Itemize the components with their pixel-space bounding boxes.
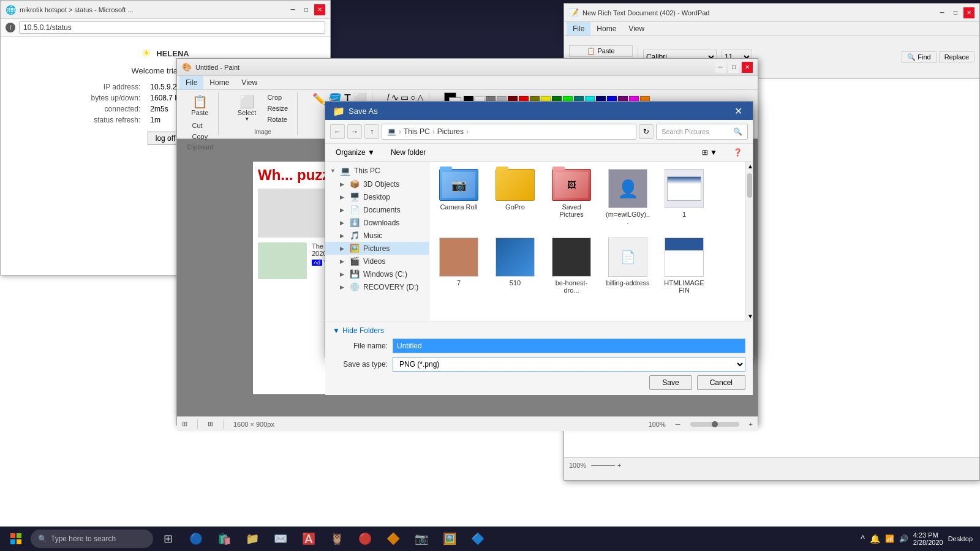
sidebar-music[interactable]: ▶ 🎵 Music	[325, 229, 429, 242]
wordpad-menu-file[interactable]: File	[567, 22, 590, 36]
wordpad-maximize[interactable]: □	[950, 7, 961, 18]
browser1-url[interactable]: 10.5.0.1/status	[19, 21, 325, 34]
scroll-up-btn[interactable]: ▲	[746, 162, 753, 171]
sidebar-thispc[interactable]: ▼ 💻 This PC	[325, 164, 429, 178]
paint-resize-btn[interactable]: Resize	[263, 103, 292, 113]
tray-datetime[interactable]: 4:23 PM 2/28/2020	[913, 531, 943, 546]
nav-back-btn[interactable]: ←	[330, 124, 345, 139]
scroll-down-btn[interactable]: ▼	[746, 312, 753, 321]
breadcrumb-pictures[interactable]: Pictures	[437, 127, 464, 136]
taskbar-opera-btn[interactable]: 🔴	[352, 528, 379, 550]
taskbar-unknown-btn[interactable]: 🔷	[464, 528, 491, 550]
taskbar-vlc-btn[interactable]: 🔶	[380, 528, 407, 550]
file-item-savedpictures[interactable]: 🖼 Saved Pictures	[547, 167, 596, 228]
search-box[interactable]: Search Pictures 🔍	[656, 124, 748, 140]
sidebar-recoveryd[interactable]: ▶ 💿 RECOVERY (D:)	[325, 280, 429, 293]
file-item-htmlimage[interactable]: HTMLIMAGEFIN	[660, 235, 709, 296]
wordpad-menu-view[interactable]: View	[622, 22, 650, 36]
paint-maximize[interactable]: □	[728, 62, 739, 73]
paint-paste-btn[interactable]: 📋 Paste	[187, 92, 213, 118]
view-btn[interactable]: ⊞ ▼	[696, 146, 723, 159]
wordpad-menu-home[interactable]: Home	[590, 22, 622, 36]
wordpad-close[interactable]: ✕	[963, 7, 974, 18]
file-item-1[interactable]: 1	[660, 167, 709, 228]
paint-cut-btn[interactable]: Cut	[188, 121, 213, 130]
filename-input[interactable]: Untitled	[393, 339, 745, 353]
sidebar-documents[interactable]: ▶ 📄 Documents	[325, 203, 429, 216]
wordpad-find-btn[interactable]: 🔍 Find	[902, 51, 936, 63]
paint-menu-home[interactable]: Home	[203, 76, 235, 89]
savetype-select[interactable]: PNG (*.png) JPEG (*.jpg) BMP (*.bmp)	[393, 357, 745, 372]
hide-folders-toggle[interactable]: ▼ Hide Folders	[333, 326, 745, 335]
wordpad-paste-btn[interactable]: 📋 Paste	[569, 45, 633, 57]
nav-forward-btn[interactable]: →	[347, 124, 362, 139]
browser1-close[interactable]: ✕	[314, 4, 325, 15]
organize-btn[interactable]: Organize ▼	[330, 146, 380, 159]
cancel-button[interactable]: Cancel	[697, 375, 745, 390]
wordpad-replace-btn[interactable]: Replace	[939, 51, 974, 62]
breadcrumb: 💻 › This PC › Pictures ›	[382, 124, 636, 140]
new-folder-btn[interactable]: New folder	[385, 146, 431, 159]
browser1-minimize[interactable]: ─	[287, 4, 298, 15]
paint-zoom-minus[interactable]: ─	[676, 421, 680, 428]
paint-menu-view[interactable]: View	[235, 76, 263, 89]
savedpictures-folder-tab	[552, 167, 565, 170]
paint-copy-btn[interactable]: Copy	[188, 132, 213, 141]
wordpad-zoom-in[interactable]: +	[617, 462, 621, 469]
taskbar-camera-btn[interactable]: 📷	[408, 528, 435, 550]
sidebar-downloads[interactable]: ▶ ⬇️ Downloads	[325, 216, 429, 229]
tray-network-icon[interactable]: 📶	[885, 534, 894, 543]
tray-desktop-btn[interactable]: Desktop	[948, 535, 973, 542]
paint-zoom-slider[interactable]	[690, 422, 739, 427]
tray-sound-icon[interactable]: 🔊	[899, 534, 908, 543]
sidebar-pictures[interactable]: ▶ 🖼️ Pictures	[325, 242, 429, 255]
nav-up-btn[interactable]: ↑	[364, 124, 379, 139]
paint-crop-btn[interactable]: Crop	[263, 92, 292, 102]
tray-notification-icon[interactable]: 🔔	[870, 534, 880, 544]
file-item-cameraroll[interactable]: 📷 Camera Roll	[434, 167, 483, 228]
file-item-bechannel[interactable]: be-honest-dro...	[547, 235, 596, 296]
paint-close[interactable]: ✕	[742, 62, 753, 73]
file-item-gopro[interactable]: GoPro	[491, 167, 540, 228]
start-button[interactable]	[2, 528, 29, 550]
taskbar-mail-btn[interactable]: ✉️	[267, 528, 294, 550]
paint-select-info: ⊞	[208, 420, 213, 428]
file-item-7[interactable]: 7	[434, 235, 483, 296]
file-item-billing[interactable]: 📄 billing-address	[603, 235, 652, 296]
paint-rotate-btn[interactable]: Rotate	[263, 114, 292, 124]
paint-menu-file[interactable]: File	[179, 76, 203, 89]
taskbar-search[interactable]: 🔍 Type here to search	[31, 530, 153, 548]
file-item-510[interactable]: 510	[491, 235, 540, 296]
taskbar-store-btn[interactable]: 🛍️	[211, 528, 238, 550]
saveas-close-btn[interactable]: ✕	[731, 103, 745, 118]
save-button[interactable]: Save	[649, 375, 692, 390]
sidebar-desktop[interactable]: ▶ 🖥️ Desktop	[325, 190, 429, 203]
breadcrumb-thispc[interactable]: This PC	[404, 127, 430, 136]
saveas-file-list[interactable]: 📷 Camera Roll GoPro 🖼 Saved Pictures	[429, 162, 745, 321]
gopro-label: GoPro	[505, 203, 525, 211]
help-btn[interactable]: ❓	[728, 146, 748, 159]
sidebar-videos[interactable]: ▶ 🎬 Videos	[325, 255, 429, 268]
tray-arrow-btn[interactable]: ^	[861, 534, 865, 544]
task-view-btn[interactable]: ⊞	[154, 528, 181, 550]
wordpad-minimize[interactable]: ─	[937, 7, 948, 18]
paint-minimize[interactable]: ─	[715, 62, 726, 73]
paint-select-btn[interactable]: ⬜ Select ▼	[233, 92, 261, 124]
scroll-thumb[interactable]	[747, 173, 752, 198]
taskbar-photos-btn[interactable]: 🖼️	[436, 528, 463, 550]
saveas-scrollbar[interactable]: ▲ ▼	[745, 162, 753, 321]
browser1-maximize[interactable]: □	[301, 4, 312, 15]
paint-pencil-btn[interactable]: ✏️	[312, 92, 326, 106]
gopro-folder-thumb	[496, 169, 535, 201]
sidebar-windowsc[interactable]: ▶ 💾 Windows (C:)	[325, 268, 429, 280]
taskbar-tripadvisor-btn[interactable]: 🦉	[323, 528, 350, 550]
file-item-person[interactable]: 👤 (m=ewlLG0y)...	[603, 167, 652, 228]
sidebar-3dobjects[interactable]: ▶ 📦 3D Objects	[325, 178, 429, 190]
taskbar-amazon-btn[interactable]: 🅰️	[295, 528, 322, 550]
videos-icon: 🎬	[350, 257, 360, 266]
paint-zoom-plus[interactable]: +	[749, 421, 753, 428]
taskbar-edge-btn[interactable]: 🔵	[183, 528, 209, 550]
nav-refresh-btn[interactable]: ↻	[639, 124, 654, 139]
htmlimage-label: HTMLIMAGEFIN	[662, 279, 706, 294]
taskbar-explorer-btn[interactable]: 📁	[239, 528, 266, 550]
